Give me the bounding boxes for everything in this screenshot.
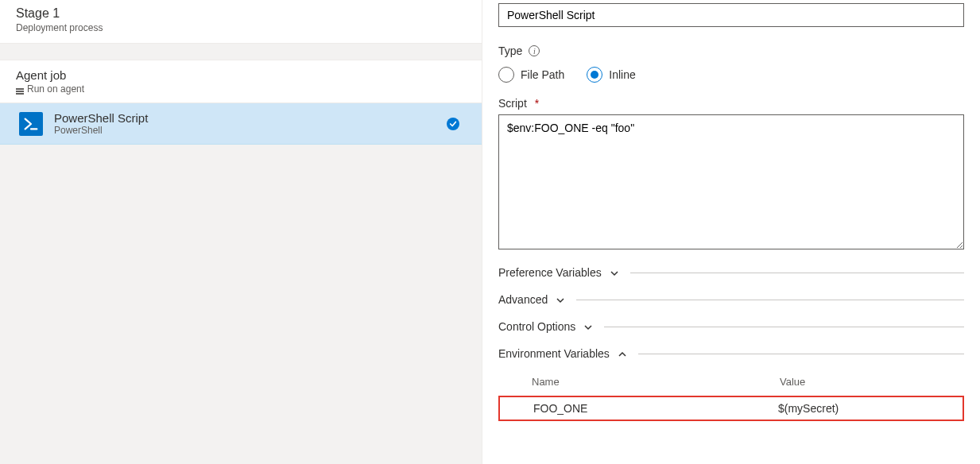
right-panel: Type i File Path Inline Script* Preferen… — [482, 0, 980, 464]
svg-rect-0 — [16, 88, 24, 90]
display-name-input[interactable] — [498, 3, 964, 27]
radio-file-path[interactable]: File Path — [498, 67, 564, 83]
section-label: Control Options — [498, 320, 575, 333]
table-row[interactable]: FOO_ONE $(mySecret) — [498, 396, 964, 421]
type-label: Type — [498, 44, 522, 57]
radio-file-path-label: File Path — [521, 68, 564, 81]
divider — [576, 300, 964, 300]
chevron-down-icon — [583, 322, 593, 331]
powershell-icon — [19, 112, 43, 136]
section-advanced[interactable]: Advanced — [498, 293, 964, 306]
script-label: Script — [498, 97, 527, 110]
chevron-up-icon — [618, 349, 627, 358]
stage-header[interactable]: Stage 1 Deployment process — [0, 0, 482, 44]
env-var-name: FOO_ONE — [533, 402, 778, 415]
left-panel: Stage 1 Deployment process Agent job Run… — [0, 0, 482, 464]
radio-inline-label: Inline — [609, 68, 635, 81]
radio-circle-icon — [587, 67, 602, 83]
task-labels: PowerShell Script PowerShell — [54, 111, 436, 136]
section-preference-variables[interactable]: Preference Variables — [498, 266, 964, 279]
svg-rect-2 — [16, 93, 24, 95]
section-label: Preference Variables — [498, 266, 602, 279]
section-environment-variables[interactable]: Environment Variables — [498, 347, 964, 360]
required-asterisk: * — [535, 97, 539, 110]
section-label: Advanced — [498, 293, 548, 306]
env-variables-table: Name Value FOO_ONE $(mySecret) — [498, 376, 964, 421]
section-control-options[interactable]: Control Options — [498, 320, 964, 333]
task-status-check-icon — [447, 118, 459, 130]
divider — [638, 354, 964, 354]
chevron-down-icon — [556, 295, 565, 304]
radio-inline[interactable]: Inline — [587, 67, 635, 83]
divider — [604, 327, 964, 327]
env-table-header: Name Value — [498, 376, 964, 396]
agent-job-subtitle: Run on agent — [16, 83, 466, 95]
task-item-powershell[interactable]: PowerShell Script PowerShell — [0, 103, 482, 145]
info-icon[interactable]: i — [529, 45, 540, 56]
divider — [630, 273, 964, 273]
agent-job-title: Agent job — [16, 68, 466, 82]
agent-icon — [16, 86, 24, 92]
radio-circle-icon — [498, 67, 514, 83]
stage-title: Stage 1 — [16, 6, 466, 21]
env-header-name: Name — [532, 376, 780, 388]
task-subtitle: PowerShell — [54, 125, 436, 136]
type-radio-group: File Path Inline — [498, 67, 964, 83]
agent-job-sub-text: Run on agent — [27, 83, 84, 95]
script-textarea[interactable] — [498, 114, 964, 249]
agent-job-card[interactable]: Agent job Run on agent — [0, 60, 482, 103]
script-label-row: Script* — [498, 97, 964, 110]
chevron-down-icon — [610, 268, 619, 277]
stage-subtitle: Deployment process — [16, 22, 466, 33]
task-title: PowerShell Script — [54, 111, 436, 125]
type-label-row: Type i — [498, 44, 964, 57]
svg-rect-1 — [16, 91, 24, 92]
env-var-value: $(mySecret) — [778, 402, 953, 415]
env-header-value: Value — [780, 376, 955, 388]
section-label: Environment Variables — [498, 347, 610, 360]
